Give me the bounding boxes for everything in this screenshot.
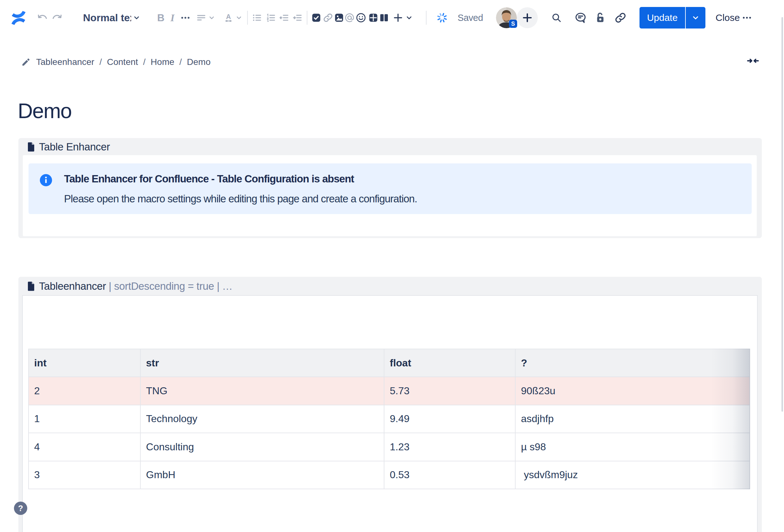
collapse-width-button[interactable] — [745, 53, 760, 68]
link-icon — [323, 12, 333, 23]
image-icon — [334, 13, 344, 23]
action-item-button[interactable] — [311, 0, 321, 35]
macro-params: | sortDescending = true | … — [106, 280, 232, 292]
table-cell: 0.53 — [384, 462, 515, 489]
breadcrumb-item[interactable]: Home — [150, 57, 174, 67]
search-button[interactable] — [551, 0, 562, 35]
italic-button[interactable]: I — [170, 0, 174, 35]
column-header[interactable]: int — [29, 349, 140, 377]
page-title[interactable]: Demo — [18, 99, 72, 123]
more-formatting-button[interactable] — [180, 0, 190, 35]
table-cell: 2 — [29, 377, 140, 404]
bold-button[interactable]: B — [157, 0, 165, 35]
editor-more-button[interactable] — [742, 0, 752, 35]
search-icon — [551, 12, 562, 24]
align-text-icon — [196, 12, 206, 23]
macro-header: Table Enhancer — [18, 138, 762, 156]
column-header[interactable]: float — [384, 349, 515, 377]
ellipsis-icon — [180, 13, 190, 23]
table-cell: TNG — [141, 377, 384, 404]
insert-image-button[interactable] — [334, 0, 344, 35]
column-header[interactable]: ? — [515, 349, 750, 377]
breadcrumb-item[interactable]: Tableenhancer — [36, 57, 94, 67]
breadcrumb-separator: / — [100, 57, 102, 67]
table-cell: asdjhfp — [515, 405, 750, 433]
close-button-label: Close — [716, 12, 740, 23]
text-style-dropdown[interactable]: Normal text — [83, 0, 141, 35]
close-button[interactable]: Close — [716, 0, 740, 35]
outdent-icon — [279, 12, 290, 23]
toolbar-divider — [247, 11, 248, 25]
breadcrumb-separator: / — [143, 57, 146, 67]
undo-button[interactable] — [36, 0, 49, 35]
scrollbar[interactable] — [781, 17, 783, 412]
link-icon — [614, 11, 627, 24]
emoji-button[interactable] — [356, 0, 366, 35]
edit-pencil-icon — [21, 57, 31, 67]
chevron-down-icon — [235, 14, 243, 22]
at-icon — [344, 12, 355, 23]
unlock-button[interactable] — [594, 0, 607, 35]
outdent-button[interactable] — [279, 0, 290, 35]
breadcrumb-separator: / — [179, 57, 182, 67]
table-cell: Technology — [141, 405, 384, 433]
avatar-status-badge: S — [509, 20, 517, 28]
comments-button[interactable] — [574, 0, 587, 35]
breadcrumb-item[interactable]: Demo — [187, 57, 211, 67]
layouts-button[interactable] — [379, 0, 389, 35]
plus-icon — [521, 12, 533, 24]
info-panel-description: Please open the macro settings while edi… — [64, 193, 417, 205]
confluence-logo-icon[interactable] — [11, 0, 27, 35]
text-color-icon: A — [223, 12, 234, 23]
macro-body: Table Enhancer for Confluence - Table Co… — [23, 155, 757, 236]
table-cell: Consulting — [141, 433, 384, 461]
table-cell: 90ß23u — [515, 377, 750, 404]
spinner-icon — [436, 12, 448, 24]
document-icon — [27, 282, 35, 291]
chevron-down-icon — [405, 13, 413, 22]
update-options-button[interactable] — [686, 7, 705, 29]
sync-spinner-icon — [436, 0, 448, 35]
mention-button[interactable] — [344, 0, 355, 35]
confluence-logo-mark-icon — [11, 10, 27, 26]
save-status-label: Saved — [457, 13, 483, 23]
invite-button[interactable] — [517, 0, 538, 35]
link-button[interactable] — [323, 0, 333, 35]
table-cell: GmbH — [141, 462, 384, 489]
numbered-list-button[interactable] — [265, 0, 276, 35]
text-color-button[interactable]: A — [223, 0, 243, 35]
editor-toolbar: Normal text B I A — [0, 0, 784, 35]
task-checkbox-icon — [311, 13, 321, 23]
text-style-label: Normal text — [83, 12, 131, 24]
info-panel-title: Table Enhancer for Confluence - Table Co… — [64, 173, 354, 185]
indent-button[interactable] — [292, 0, 303, 35]
ellipsis-icon — [742, 13, 752, 23]
update-button[interactable]: Update — [640, 7, 685, 29]
update-split-button: Update — [640, 0, 705, 35]
help-button[interactable]: ? — [14, 502, 27, 515]
avatar[interactable]: S — [496, 0, 517, 35]
bullet-list-icon — [252, 12, 262, 23]
breadcrumb: Tableenhancer / Content / Home / Demo — [21, 56, 211, 68]
redo-button[interactable] — [51, 0, 63, 35]
columns-icon — [379, 13, 389, 23]
copy-link-button[interactable] — [614, 0, 627, 35]
macro-tableenhancer[interactable]: Tableenhancer | sortDescending = true | … — [18, 277, 762, 532]
table-cell: µ s98 — [515, 433, 750, 461]
bullet-list-button[interactable] — [252, 0, 262, 35]
macro-title: Table Enhancer — [39, 141, 110, 153]
text-align-button[interactable] — [196, 0, 216, 35]
chevron-down-icon — [691, 13, 700, 22]
info-icon — [39, 174, 53, 187]
insert-table-button[interactable] — [368, 0, 379, 35]
insert-more-button[interactable] — [392, 0, 413, 35]
macro-table-enhancer[interactable]: Table Enhancer Table Enhancer for Conflu… — [18, 138, 762, 238]
column-header[interactable]: str — [141, 349, 384, 377]
numbered-list-icon — [265, 12, 276, 23]
collapse-arrows-icon — [746, 54, 760, 67]
comment-icon — [574, 11, 587, 24]
info-panel: Table Enhancer for Confluence - Table Co… — [29, 164, 752, 214]
indent-icon — [292, 12, 303, 23]
chevron-down-icon — [133, 13, 141, 22]
breadcrumb-item[interactable]: Content — [107, 57, 138, 67]
